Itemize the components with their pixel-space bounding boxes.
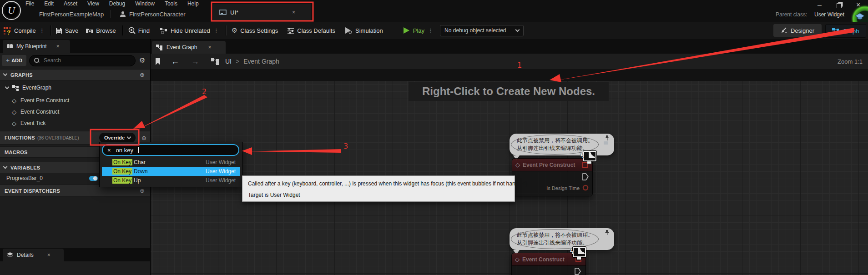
blueprint-search-input[interactable] [43,57,113,64]
hide-unrelated-button[interactable]: Hide Unrelated ⋮ [160,27,219,34]
designer-button[interactable]: Designer [773,24,822,37]
event-graph-icon [12,85,19,91]
exec-output-pin[interactable] [575,268,581,275]
debug-object-dropdown[interactable]: No debug object selected [440,25,524,36]
tab-my-blueprint[interactable]: My Blueprint × [3,40,70,53]
tooltip-target: Target is User Widget [248,192,300,198]
hide-unrelated-icon [160,27,167,34]
pin-icon[interactable] [605,230,610,235]
clear-search-icon[interactable]: × [107,147,111,154]
play-label: Play [413,27,424,34]
menu-tools[interactable]: Tools [165,0,177,7]
override-option-onkeydown-selected[interactable]: On Key Down User Widget [102,167,240,176]
parent-class-link[interactable]: User Widget [814,11,844,18]
chevron-down-icon [5,85,10,89]
doc-tab-character[interactable]: FirstPersonCharacter [120,8,186,20]
nav-back-icon[interactable]: ← [171,57,179,66]
graph-button[interactable]: Graph [825,24,866,38]
menu-asset[interactable]: Asset [64,0,77,7]
variable-visibility-toggle[interactable] [89,176,98,181]
add-graph-icon[interactable]: ⊕ [140,71,145,78]
graph-viewport[interactable]: Right-Click to Create New Nodes. 此节点被禁用，… [151,69,868,275]
override-option-onkeyup[interactable]: On Key Up User Widget [102,176,240,185]
item-event-tick-label: Event Tick [20,120,45,126]
bubble-text-line1: 此节点被禁用，将不会被调用。 [517,231,593,239]
override-function-popup: × On Key Char User Widget On Key Down Us… [99,142,243,187]
class-defaults-button[interactable]: Class Defaults [287,27,335,34]
graph-nav-bar: ← → UI > Event Graph Zoom 1:1 [151,54,868,70]
pin-icon[interactable] [605,135,610,141]
compile-button[interactable]: ? Compile ⋮ [4,27,45,34]
save-button[interactable]: Save [56,27,79,34]
tab-event-graph-close-icon[interactable]: × [208,44,211,50]
menu-file[interactable]: File [25,0,34,7]
menu-help[interactable]: Help [187,0,199,7]
tab-event-graph[interactable]: Event Graph × [152,41,226,54]
nav-forward-icon[interactable]: → [191,57,199,66]
window-minimize-button[interactable]: – [818,1,822,9]
browse-label: Browse [96,27,116,34]
item-progressbar-label: ProgressBar_0 [6,175,43,181]
simulation-button[interactable]: Simulation [344,27,383,34]
graph-label: Graph [843,28,859,35]
toolbar: ? Compile ⋮ Save Browse Find Hide Unrela… [0,22,868,40]
find-label: Find [138,27,150,34]
tab-details[interactable]: Details × [3,249,64,261]
override-dropdown[interactable]: Override [99,133,136,143]
node-event-pre-construct-header[interactable]: ◇ Event Pre Construct [512,159,592,171]
menu-edit[interactable]: Edit [44,0,54,7]
add-function-icon[interactable]: ⊕ [141,135,146,141]
designer-label: Designer [791,27,814,34]
breadcrumb-separator: > [236,58,239,65]
menu-window[interactable]: Window [135,0,155,7]
menu-debug[interactable]: Debug [109,0,125,7]
find-button[interactable]: Find [128,27,150,34]
add-dispatcher-icon[interactable]: ⊕ [140,187,145,194]
panel-settings-gear-icon[interactable]: ⚙ [139,56,145,65]
graph-top-shade [151,69,868,81]
override-search-box[interactable]: × [102,144,239,156]
doc-tab-map-label: FirstPersonExampleMap [39,11,104,18]
graph-panel: Event Graph × ← → UI > Event Graph Zoom … [151,39,868,275]
doc-tab-ui-close-icon[interactable]: × [292,9,295,15]
lightning-icon: ϟ [580,152,584,160]
zoom-level-indicator: Zoom 1:1 [838,58,863,65]
play-button[interactable]: Play ⋮ [403,27,434,34]
bool-output-pin[interactable] [582,185,589,191]
play-options-icon[interactable]: ⋮ [428,27,434,34]
item-event-construct[interactable]: ◇ Event Construct [0,107,150,117]
exec-output-pin[interactable] [582,173,589,180]
browse-button[interactable]: Browse [86,27,116,34]
window-maximize-button[interactable] [837,3,842,8]
event-icon: ◇ [12,120,16,127]
hide-unrelated-options-icon[interactable]: ⋮ [213,27,219,34]
blueprint-search-box[interactable] [29,55,136,66]
tab-details-close-icon[interactable]: × [47,252,50,258]
doc-tab-ui[interactable]: UI* × [213,4,311,21]
simulation-icon [344,27,353,34]
person-icon [120,11,126,17]
class-settings-button[interactable]: ⚙ Class Settings [232,26,278,35]
unreal-logo-icon[interactable]: U [2,1,21,20]
override-option-onkeychar[interactable]: On Key Char User Widget [102,158,240,167]
menu-view[interactable]: View [87,0,99,7]
annotation-step-3: 3 [343,142,348,150]
override-search-input[interactable] [115,146,208,154]
parent-class-label: Parent class: [776,11,807,18]
node-event-pre-construct[interactable]: ◇ Event Pre Construct Is Design Time [512,158,593,196]
bookmark-icon[interactable] [155,58,161,65]
tab-my-blueprint-close-icon[interactable]: × [56,43,60,50]
chevron-down-icon [3,165,8,169]
item-event-tick[interactable]: ◇ Event Tick [0,118,150,128]
section-graphs[interactable]: GRAPHS ⊕ [0,69,150,80]
compile-options-icon[interactable]: ⋮ [39,27,45,34]
tab-my-blueprint-label: My Blueprint [16,43,47,50]
breadcrumb-root[interactable]: UI [225,58,232,65]
add-button[interactable]: + ADD [2,55,26,66]
unreal-logo-glyph: U [8,5,15,16]
option-label: Char [134,159,146,165]
bubble-mini-icon [604,141,608,145]
doc-tab-map[interactable]: FirstPersonExampleMap [39,8,104,20]
item-event-pre-construct[interactable]: ◇ Event Pre Construct [0,95,150,105]
item-event-graph[interactable]: EventGraph [0,83,150,93]
